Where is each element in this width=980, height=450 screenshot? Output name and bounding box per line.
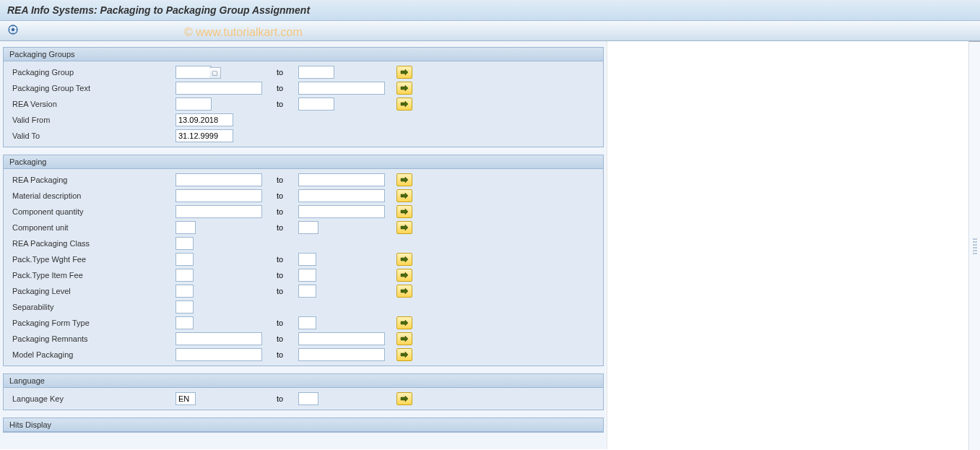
to-label: to (269, 394, 298, 403)
f4-help-icon[interactable]: ▢ (209, 67, 221, 79)
group-header-packaging-groups: Packaging Groups (4, 48, 603, 61)
input-packaging-form-type-to[interactable] (298, 316, 316, 329)
label-valid-from: Valid From (9, 116, 175, 124)
input-packaging-remnants-to[interactable] (298, 332, 385, 345)
input-rea-packaging-class[interactable] (175, 237, 194, 250)
input-pack-type-item-fee-to[interactable] (298, 269, 316, 282)
input-packaging-level-from[interactable] (175, 285, 194, 298)
input-pack-type-wght-fee-to[interactable] (298, 253, 316, 266)
label-valid-to: Valid To (9, 131, 175, 140)
input-model-packaging-to[interactable] (298, 348, 385, 361)
group-packaging-groups: Packaging Groups Packaging Group ▢ to Pa… (3, 47, 604, 147)
input-component-unit-from[interactable] (175, 221, 196, 234)
row-packaging-level: Packaging Level to (4, 283, 603, 299)
window-title: REA Info Systems: Packaging to Packaging… (7, 4, 310, 16)
row-rea-version: REA Version to (4, 96, 603, 112)
group-language: Language Language Key to (3, 373, 604, 410)
window-title-bar: REA Info Systems: Packaging to Packaging… (0, 0, 980, 21)
group-header-hits-display: Hits Display (4, 418, 603, 432)
to-label: to (269, 223, 298, 232)
multi-select-icon[interactable] (396, 205, 412, 218)
label-component-unit: Component unit (9, 223, 175, 232)
grip-icon (973, 238, 976, 254)
label-rea-packaging: REA Packaging (9, 176, 175, 184)
input-rea-version-to[interactable] (298, 98, 334, 111)
to-label: to (269, 255, 298, 264)
right-empty-area: ▲ ▼ (607, 41, 980, 449)
to-label: to (269, 84, 298, 92)
input-packaging-group-text-to[interactable] (298, 82, 385, 95)
multi-select-icon[interactable] (396, 316, 412, 329)
row-valid-to: Valid To (4, 128, 603, 144)
input-component-quantity-from[interactable] (175, 205, 262, 218)
to-label: to (269, 191, 298, 200)
application-toolbar (0, 21, 980, 41)
to-label: to (269, 271, 298, 280)
input-packaging-group-from[interactable] (175, 66, 212, 79)
input-language-key-from[interactable] (175, 392, 196, 405)
row-material-description: Material description to (4, 188, 603, 204)
row-rea-packaging-class: REA Packaging Class (4, 235, 603, 251)
input-material-description-from[interactable] (175, 189, 262, 202)
row-pack-type-item-fee: Pack.Type Item Fee to (4, 267, 603, 283)
input-packaging-level-to[interactable] (298, 285, 316, 298)
row-component-quantity: Component quantity to (4, 204, 603, 220)
multi-select-icon[interactable] (396, 269, 412, 282)
label-pack-type-item-fee: Pack.Type Item Fee (9, 271, 175, 280)
multi-select-icon[interactable] (396, 66, 412, 79)
group-packaging: Packaging REA Packaging to Material desc… (3, 155, 604, 366)
label-packaging-group-text: Packaging Group Text (9, 84, 175, 92)
multi-select-icon[interactable] (396, 173, 412, 186)
input-component-quantity-to[interactable] (298, 205, 385, 218)
input-valid-from[interactable] (175, 113, 233, 126)
row-packaging-group: Packaging Group ▢ to (4, 64, 603, 80)
label-rea-version: REA Version (9, 100, 175, 108)
to-label: to (269, 207, 298, 216)
input-packaging-group-text-from[interactable] (175, 82, 262, 95)
input-component-unit-to[interactable] (298, 221, 318, 234)
label-separability: Separability (9, 303, 175, 311)
input-packaging-form-type-from[interactable] (175, 316, 194, 329)
to-label: to (269, 350, 298, 359)
multi-select-icon[interactable] (396, 285, 412, 298)
multi-select-icon[interactable] (396, 98, 412, 111)
input-valid-to[interactable] (175, 129, 233, 142)
input-rea-packaging-from[interactable] (175, 173, 262, 186)
row-component-unit: Component unit to (4, 220, 603, 235)
input-material-description-to[interactable] (298, 189, 385, 202)
multi-select-icon[interactable] (396, 82, 412, 95)
input-model-packaging-from[interactable] (175, 348, 262, 361)
input-rea-packaging-to[interactable] (298, 173, 385, 186)
group-header-language: Language (4, 374, 603, 388)
splitter-handle[interactable] (968, 42, 980, 450)
row-pack-type-wght-fee: Pack.Type Wght Fee to (4, 251, 603, 267)
multi-select-icon[interactable] (396, 253, 412, 266)
input-pack-type-wght-fee-from[interactable] (175, 253, 194, 266)
input-pack-type-item-fee-from[interactable] (175, 269, 194, 282)
label-rea-packaging-class: REA Packaging Class (9, 239, 175, 248)
input-separability[interactable] (175, 300, 194, 313)
multi-select-icon[interactable] (396, 392, 412, 405)
multi-select-icon[interactable] (396, 221, 412, 234)
execute-icon[interactable] (7, 24, 19, 35)
label-pack-type-wght-fee: Pack.Type Wght Fee (9, 255, 175, 264)
selection-screen: Packaging Groups Packaging Group ▢ to Pa… (0, 41, 607, 449)
label-packaging-remnants: Packaging Remnants (9, 334, 175, 343)
input-rea-version-from[interactable] (175, 98, 212, 111)
multi-select-icon[interactable] (396, 348, 412, 361)
label-packaging-form-type: Packaging Form Type (9, 319, 175, 327)
to-label: to (269, 319, 298, 327)
group-hits-display: Hits Display (3, 417, 604, 433)
multi-select-icon[interactable] (396, 189, 412, 202)
input-packaging-group-to[interactable] (298, 66, 334, 79)
input-language-key-to[interactable] (298, 392, 318, 405)
group-header-packaging: Packaging (4, 155, 603, 169)
row-model-packaging: Model Packaging to (4, 347, 603, 363)
to-label: to (269, 100, 298, 108)
multi-select-icon[interactable] (396, 332, 412, 345)
label-language-key: Language Key (9, 394, 175, 403)
row-packaging-form-type: Packaging Form Type to (4, 315, 603, 331)
to-label: to (269, 334, 298, 343)
input-packaging-remnants-from[interactable] (175, 332, 262, 345)
label-model-packaging: Model Packaging (9, 350, 175, 359)
